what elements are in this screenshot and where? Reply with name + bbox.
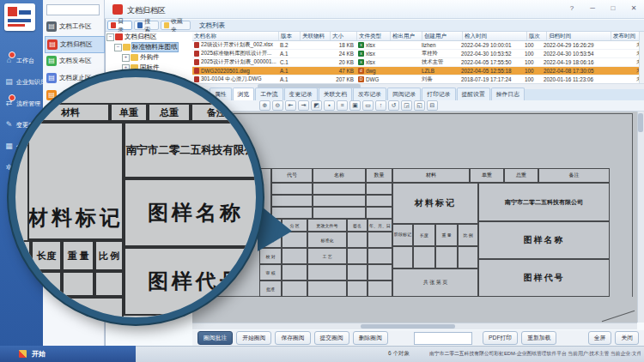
sidebar-item-流程管理[interactable]: ⇄流程管理 xyxy=(0,93,43,114)
file-list-header-bar: 文档列表 xyxy=(192,20,644,32)
column-header-大小[interactable]: 大小 xyxy=(331,32,357,40)
annotation-input[interactable] xyxy=(414,332,472,345)
document-icon xyxy=(112,4,123,15)
file-cell xyxy=(605,75,635,83)
column-header-发布时间[interactable]: 发布时间 xyxy=(611,32,639,40)
button-提交圈阅[interactable]: 提交圈阅 xyxy=(314,331,349,345)
doc-tab-发布记录[interactable]: 发布记录 xyxy=(353,87,386,100)
rotate-icon[interactable]: ↺ xyxy=(388,100,399,111)
tb-sign-cell xyxy=(368,232,392,248)
tb-cell xyxy=(435,246,458,268)
tb-cell xyxy=(366,195,392,207)
nav-item-文档归档区[interactable]: ▤文档归档区 xyxy=(45,36,105,53)
pan-left-icon[interactable]: ⇤ xyxy=(285,100,296,111)
doc-tab-变更记录[interactable]: 变更记录 xyxy=(284,87,318,100)
mag-unit-weight: 单重 xyxy=(110,103,148,122)
file-cell xyxy=(299,41,328,49)
collapse-icon[interactable]: − xyxy=(114,44,122,51)
column-header-文件类型[interactable]: 文件类型 xyxy=(357,32,391,40)
preview-hscroll-thumb[interactable] xyxy=(361,324,455,329)
fit-page-icon[interactable]: ◱ xyxy=(414,100,425,111)
button-关闭[interactable]: 关闭 xyxy=(615,331,639,345)
window-control-□[interactable]: □ xyxy=(606,3,620,14)
mag-weight: 重 量 xyxy=(62,240,94,271)
tb-stage-label: 阶段标记 xyxy=(392,224,413,246)
pan-right-icon[interactable]: ⇥ xyxy=(298,100,309,111)
doc-tab-关联文档[interactable]: 关联文档 xyxy=(319,87,352,100)
file-row[interactable]: 301-0104 中心滑刀.DWGA.1207 KBDDWG刘备2018-07-… xyxy=(192,75,639,83)
window-control-─[interactable]: ─ xyxy=(586,3,599,14)
button-PDF打印[interactable]: PDF打印 xyxy=(483,331,518,345)
image-icon[interactable]: ▣ xyxy=(349,100,361,111)
document-area-icon: ▤ xyxy=(46,56,57,66)
tb-sign-cell: 校 对 xyxy=(259,248,282,264)
arrow-up-icon[interactable]: ↑ xyxy=(375,100,386,111)
file-cell xyxy=(299,67,328,75)
tb-cell xyxy=(271,183,313,195)
column-header-文档名称[interactable]: 文档名称 xyxy=(192,32,279,40)
file-table-vscrollbar[interactable] xyxy=(639,32,644,83)
preview-vscrollbar[interactable] xyxy=(637,112,644,323)
column-header-检入时间[interactable]: 检入时间 xyxy=(463,32,527,40)
doc-tab-打印记录[interactable]: 打印记录 xyxy=(422,87,455,100)
tree-folder-selected[interactable]: − 标准物料库图纸 xyxy=(106,42,192,52)
file-type: xlsx xyxy=(366,59,375,65)
doc-tab-回阅记录[interactable]: 回阅记录 xyxy=(387,87,421,100)
doc-tab-浏览[interactable]: 浏览 xyxy=(233,87,255,100)
button-全屏[interactable]: 全屏 xyxy=(588,331,612,345)
expand-icon[interactable]: + xyxy=(122,54,130,62)
status-info: 南宁市二零二五科技有限公司彩虹EDM-企业图纸管理软件平台 当前用户:技术主管 … xyxy=(429,350,641,358)
doc-tab-提醒设置[interactable]: 提醒设置 xyxy=(457,87,490,100)
doc-tab-工作流[interactable]: 工作流 xyxy=(255,87,283,100)
collapse-icon[interactable]: ⊟ xyxy=(427,100,438,111)
tb-sign-cell xyxy=(368,281,392,297)
start-button[interactable]: 开始 xyxy=(0,346,136,362)
column-header-版次[interactable]: 版次 xyxy=(527,32,547,40)
file-row[interactable]: 22级设计开发计划表_002.xlsxB.218 KBxxlsxlizhen20… xyxy=(192,41,639,50)
tree-folder-label: 标准物料库图纸 xyxy=(132,43,178,51)
marker-icon[interactable]: ▪ xyxy=(324,100,335,111)
preview-vscroll-thumb[interactable] xyxy=(638,113,643,132)
collapse-icon[interactable]: − xyxy=(106,33,114,41)
tree-tab-收藏夹[interactable]: 收藏夹 xyxy=(161,21,191,30)
search-input[interactable] xyxy=(46,4,100,15)
column-header-版本[interactable]: 版本 xyxy=(279,32,301,40)
zoom-in-icon[interactable]: ⊕ xyxy=(259,100,270,111)
file-row[interactable]: 2025设计开发计划表_000001...C.120 KBxxlsx技术主管20… xyxy=(192,58,639,67)
box-icon[interactable]: ▭ xyxy=(362,100,374,111)
file-row[interactable]: DWG20220501.dwgA.147 KBddwgLZLB2022-04-0… xyxy=(192,67,639,75)
tree-tab-搜索[interactable]: 搜索 xyxy=(134,21,159,30)
brightness-icon[interactable]: ◩ xyxy=(311,100,322,111)
file-row[interactable]: 2025标准物料库图纸设计开...A.124 KBxxlsx覃桂羚2022-04… xyxy=(192,50,639,58)
button-重新加载[interactable]: 重新加载 xyxy=(521,331,556,345)
file-type-icon: d xyxy=(358,68,364,74)
zoom-out-icon[interactable]: ⊖ xyxy=(272,100,283,111)
tree-tab-目录[interactable]: 目录 xyxy=(107,21,132,30)
file-cell xyxy=(389,67,420,75)
tb-col-qty: 数量 xyxy=(366,168,392,183)
annotation-buttons: 圈阅批注开始圈阅保存圈阅提交圈阅删除圈阅 xyxy=(197,331,388,345)
column-header-关联物料[interactable]: 关联物料 xyxy=(301,32,331,40)
zoom-window-icon[interactable]: ◲ xyxy=(401,100,412,111)
window-control-?[interactable]: ? xyxy=(565,3,579,14)
tree-root[interactable]: − 文档归档区 xyxy=(106,32,192,42)
button-圈阅批注[interactable]: 圈阅批注 xyxy=(197,331,233,345)
button-开始圈阅[interactable]: 开始圈阅 xyxy=(236,331,271,345)
file-cell xyxy=(299,75,328,83)
nav-item-文档发布区[interactable]: ▤文档发布区 xyxy=(45,53,103,69)
sidebar-item-企业知识库[interactable]: ▤企业知识库 xyxy=(0,71,43,93)
button-保存圈阅[interactable]: 保存圈阅 xyxy=(275,331,310,345)
tree-node-外购件[interactable]: +外购件 xyxy=(106,52,192,63)
column-header-归档时间[interactable]: 归档时间 xyxy=(547,32,611,40)
window-control-✕[interactable]: ✕ xyxy=(627,3,641,14)
nav-item-文档工作区[interactable]: ▤文档工作区 xyxy=(45,19,103,34)
doc-tab-操作日志[interactable]: 操作日志 xyxy=(491,87,525,100)
window-controls: ?─□✕ xyxy=(565,3,641,14)
column-header-创建用户[interactable]: 创建用户 xyxy=(422,32,463,40)
annotation-button-bar: 圈阅批注开始圈阅保存圈阅提交圈阅删除圈阅 PDF打印重新加载 全屏关闭 xyxy=(192,330,644,346)
layers-icon[interactable]: ≡ xyxy=(337,100,348,111)
sidebar-item-工作台[interactable]: ⌂工作台 xyxy=(0,50,43,71)
object-count: 6 个对象 xyxy=(388,350,410,358)
button-删除圈阅[interactable]: 删除圈阅 xyxy=(353,331,388,345)
column-header-检出用户[interactable]: 检出用户 xyxy=(391,32,422,40)
